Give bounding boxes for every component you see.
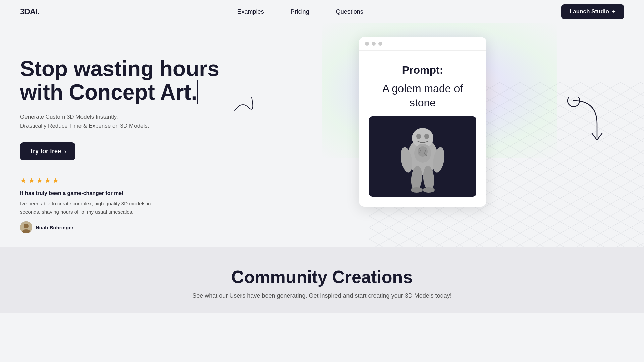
app-window: Prompt: A golem made of stone — [359, 37, 486, 207]
community-section: Community Creations See what our Users h… — [0, 247, 644, 313]
window-titlebar — [359, 37, 486, 51]
launch-studio-button[interactable]: Launch Studio ✦ — [561, 4, 624, 19]
hero-left: Stop wasting hours with Concept Art. Gen… — [20, 44, 221, 233]
golem-svg — [392, 120, 453, 193]
sparkle-icon: ✦ — [612, 9, 616, 14]
star-2: ★ — [28, 176, 35, 185]
try-btn-label: Try for free — [30, 148, 61, 155]
community-title: Community Creations — [20, 267, 624, 287]
svg-point-2 — [24, 224, 29, 228]
reviewer-name: Noah Bohringer — [36, 225, 73, 230]
star-3: ★ — [36, 176, 43, 185]
review-title: It has truly been a game-changer for me! — [20, 190, 221, 196]
svg-point-16 — [568, 97, 580, 107]
svg-point-7 — [424, 134, 429, 139]
arrow-right-icon: › — [64, 148, 66, 155]
nav-link-pricing[interactable]: Pricing — [291, 8, 309, 15]
model-image-container — [369, 116, 476, 197]
review-body: Ive been able to create complex, high-qu… — [20, 200, 168, 216]
star-4: ★ — [44, 176, 51, 185]
reviewer: Noah Bohringer — [20, 221, 221, 233]
hero-subtitle: Generate Custom 3D Models Instantly. Dra… — [20, 112, 221, 130]
svg-point-6 — [416, 134, 421, 139]
svg-point-14 — [411, 187, 423, 193]
nav-item-pricing[interactable]: Pricing — [291, 8, 309, 15]
window-content: Prompt: A golem made of stone — [359, 51, 486, 207]
curved-arrow-right — [567, 97, 607, 145]
brand-logo[interactable]: 3DAI. — [20, 7, 39, 16]
hero-title: Stop wasting hours with Concept Art. — [20, 57, 221, 104]
hero-right: Prompt: A golem made of stone — [221, 37, 624, 207]
star-5: ★ — [52, 176, 59, 185]
star-rating: ★ ★ ★ ★ ★ — [20, 176, 221, 185]
nav-link-questions[interactable]: Questions — [336, 8, 363, 15]
nav-item-questions[interactable]: Questions — [336, 8, 363, 15]
star-1: ★ — [20, 176, 27, 185]
svg-point-15 — [423, 187, 435, 193]
navbar: 3DAI. Examples Pricing Questions Launch … — [0, 0, 644, 23]
nav-item-examples[interactable]: Examples — [237, 8, 264, 15]
prompt-text: A golem made of stone — [369, 82, 476, 110]
window-dot-3 — [378, 42, 382, 46]
window-dot-2 — [372, 42, 376, 46]
hero-section: Stop wasting hours with Concept Art. Gen… — [0, 23, 644, 247]
community-subtitle: See what our Users have been generating.… — [20, 292, 624, 299]
try-for-free-button[interactable]: Try for free › — [20, 142, 75, 160]
launch-label: Launch Studio — [570, 8, 609, 15]
nav-link-examples[interactable]: Examples — [237, 8, 264, 15]
nav-links: Examples Pricing Questions — [237, 8, 363, 15]
cursor-blink — [197, 80, 198, 104]
prompt-label: Prompt: — [369, 64, 476, 76]
window-dot-1 — [365, 42, 369, 46]
reviewer-avatar — [20, 221, 32, 233]
